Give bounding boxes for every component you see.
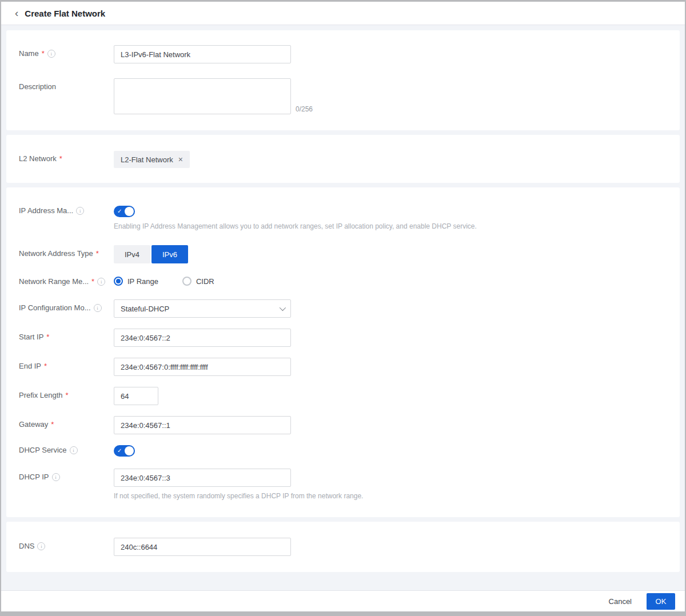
start-ip-input[interactable] [114,329,291,347]
description-textarea[interactable] [114,78,291,114]
dhcp-service-label: DHCP Service i [19,445,114,457]
dhcp-ip-input[interactable] [114,469,291,487]
ip-range-radio[interactable]: IP Range [114,277,158,286]
start-ip-label-text: Start IP [19,333,43,341]
remove-tag-icon[interactable]: × [178,155,183,163]
required-mark: * [44,362,47,370]
description-label-text: Description [19,82,56,91]
create-flat-network-window: ‹ Create Flat Network Name * i Descripti… [0,0,686,616]
name-input[interactable] [114,45,291,63]
info-icon[interactable]: i [76,207,84,215]
ipam-label: IP Address Ma... i [19,206,114,230]
info-icon[interactable]: i [94,304,102,312]
cidr-radio-label: CIDR [196,277,214,286]
required-mark: * [96,249,99,258]
name-label-text: Name [19,49,39,58]
l2-network-label: L2 Network * [19,151,114,168]
info-icon[interactable]: i [47,50,55,58]
dns-label: DNS i [19,538,114,556]
ip-configuration-mode-label: IP Configuration Mo... i [19,299,114,318]
card-l2-network: L2 Network * L2-Flat Network × [6,135,680,183]
gateway-input[interactable] [114,416,291,434]
ip-configuration-mode-label-text: IP Configuration Mo... [19,303,91,312]
dns-label-text: DNS [19,542,34,550]
network-address-type-label-text: Network Address Type [19,249,93,258]
dhcp-ip-label: DHCP IP i [19,469,114,500]
chevron-down-icon [280,305,286,311]
back-icon[interactable]: ‹ [15,7,18,19]
prefix-length-label: Prefix Length * [19,387,114,405]
ipv6-option-button[interactable]: IPv6 [151,245,188,263]
l2-network-label-text: L2 Network [19,154,57,163]
ipam-help-text: Enabling IP Address Management allows yo… [114,222,477,230]
description-label: Description [19,78,114,114]
ip-configuration-mode-select[interactable]: Stateful-DHCP [114,299,291,318]
card-ip-settings: IP Address Ma... i ✓ Enabling IP Address… [6,187,680,517]
card-basic-info: Name * i Description 0/256 [6,30,680,130]
network-range-method-label-text: Network Range Me... [19,277,89,286]
network-range-method-radios: IP Range CIDR [114,275,214,286]
end-ip-label-text: End IP [19,362,41,370]
dhcp-service-toggle[interactable]: ✓ [114,445,135,457]
dns-input[interactable] [114,538,291,556]
end-ip-input[interactable] [114,358,291,376]
card-dns: DNS i [6,522,680,572]
start-ip-label: Start IP * [19,329,114,347]
ipv4-option-button[interactable]: IPv4 [114,245,150,263]
dhcp-ip-help-text: If not specified, the system randomly sp… [114,492,363,500]
gateway-label-text: Gateway [19,420,48,429]
gateway-label: Gateway * [19,416,114,434]
name-label: Name * i [19,45,114,63]
info-icon[interactable]: i [52,473,60,481]
ipam-label-text: IP Address Ma... [19,206,73,215]
form-content: Name * i Description 0/256 [1,25,685,590]
check-icon: ✓ [117,448,122,454]
required-mark: * [91,277,94,286]
network-address-type-label: Network Address Type * [19,245,114,263]
required-mark: * [46,333,49,341]
required-mark: * [42,49,45,58]
info-icon[interactable]: i [97,278,105,286]
l2-network-tag: L2-Flat Network × [114,151,190,168]
ip-configuration-mode-value: Stateful-DHCP [121,305,169,313]
ip-range-radio-label: IP Range [127,277,158,286]
dhcp-service-label-text: DHCP Service [19,446,67,454]
check-icon: ✓ [117,209,122,214]
radio-selected-icon [114,277,123,286]
description-char-counter: 0/256 [296,105,313,114]
network-address-type-segmented: IPv4 IPv6 [114,245,188,263]
toggle-knob [125,446,134,455]
ipam-toggle[interactable]: ✓ [114,206,135,217]
network-range-method-label: Network Range Me... * i [19,275,114,286]
prefix-length-label-text: Prefix Length [19,391,63,399]
page-header: ‹ Create Flat Network [1,2,685,25]
page-title: Create Flat Network [25,9,105,18]
required-mark: * [51,420,54,429]
cidr-radio[interactable]: CIDR [182,277,214,286]
cancel-button[interactable]: Cancel [609,597,632,606]
ok-button[interactable]: OK [647,593,675,610]
info-icon[interactable]: i [37,542,45,550]
page-footer: Cancel OK [1,590,685,611]
end-ip-label: End IP * [19,358,114,376]
l2-network-tag-text: L2-Flat Network [121,155,173,164]
toggle-knob [125,207,134,216]
info-icon[interactable]: i [70,446,78,454]
required-mark: * [66,391,69,399]
radio-unselected-icon [182,277,192,286]
radio-dot [116,279,121,283]
required-mark: * [59,154,62,163]
prefix-length-input[interactable] [114,387,158,405]
dhcp-ip-label-text: DHCP IP [19,473,49,481]
